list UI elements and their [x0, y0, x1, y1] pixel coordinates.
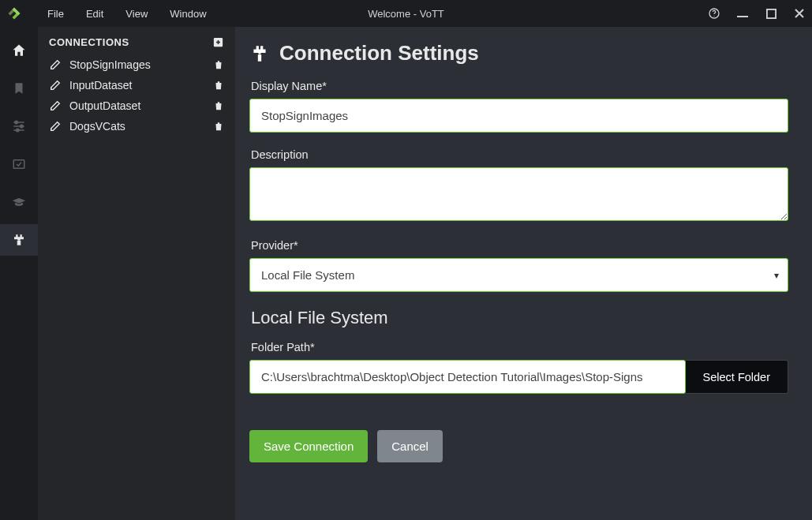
- field-display-name: Display Name*: [249, 80, 788, 133]
- description-label: Description: [251, 148, 788, 161]
- help-icon[interactable]: [708, 7, 720, 20]
- connection-item[interactable]: StopSignImages: [46, 54, 227, 75]
- nav-bookmark[interactable]: [0, 73, 38, 104]
- form-actions: Save Connection Cancel: [249, 430, 788, 462]
- edit-icon: [49, 120, 62, 133]
- edit-icon: [49, 58, 62, 71]
- maximize-icon[interactable]: [765, 7, 777, 20]
- display-name-input[interactable]: [249, 99, 788, 133]
- folder-path-input[interactable]: [249, 360, 686, 394]
- page-title-text: Connection Settings: [279, 41, 479, 65]
- svg-point-1: [713, 16, 714, 17]
- connection-label: StopSignImages: [69, 58, 151, 71]
- menu-view[interactable]: View: [114, 5, 159, 23]
- delete-connection-icon[interactable]: [213, 100, 224, 111]
- titlebar: File Edit View Window Welcome - VoTT: [0, 0, 812, 27]
- main-content: Connection Settings Display Name* Descri…: [235, 27, 812, 520]
- close-icon[interactable]: [793, 7, 806, 20]
- nav-sliders[interactable]: [0, 110, 38, 142]
- nav-home[interactable]: [0, 35, 38, 66]
- edit-icon: [49, 99, 62, 112]
- svg-point-6: [17, 129, 19, 131]
- delete-connection-icon[interactable]: [213, 80, 224, 91]
- nav-connections[interactable]: [0, 224, 38, 256]
- connection-item[interactable]: InputDataset: [46, 75, 227, 95]
- svg-point-5: [21, 125, 23, 127]
- connection-item[interactable]: DogsVCats: [46, 116, 227, 137]
- svg-rect-3: [766, 9, 775, 17]
- svg-rect-8: [17, 241, 21, 245]
- nav-train[interactable]: [0, 186, 38, 218]
- connections-header: CONNECTIONS: [46, 33, 227, 54]
- connections-title: CONNECTIONS: [49, 36, 129, 48]
- svg-point-4: [15, 121, 17, 123]
- nav-rail: [0, 27, 38, 520]
- page-title: Connection Settings: [249, 41, 788, 65]
- plug-icon: [249, 43, 270, 64]
- save-button[interactable]: Save Connection: [249, 430, 368, 462]
- provider-select[interactable]: Local File System: [249, 258, 788, 292]
- connection-label: InputDataset: [69, 79, 132, 92]
- svg-rect-10: [258, 54, 261, 62]
- app-logo-icon: [5, 4, 24, 23]
- nav-export[interactable]: [0, 148, 38, 180]
- delete-connection-icon[interactable]: [213, 59, 224, 70]
- menu-edit[interactable]: Edit: [75, 5, 114, 23]
- window-title: Welcome - VoTT: [368, 8, 444, 20]
- menu-file[interactable]: File: [36, 5, 75, 23]
- connection-label: DogsVCats: [69, 120, 125, 133]
- delete-connection-icon[interactable]: [213, 121, 224, 132]
- description-input[interactable]: [249, 167, 788, 221]
- window-controls: [708, 7, 806, 20]
- field-provider: Provider* Local File System: [249, 239, 788, 292]
- minimize-icon[interactable]: [736, 7, 749, 20]
- edit-icon: [49, 79, 62, 92]
- connections-panel: CONNECTIONS StopSignImages InputDataset: [38, 27, 235, 520]
- field-folder-path: Folder Path* Select Folder: [249, 341, 788, 394]
- provider-section-title: Local File System: [251, 308, 788, 328]
- app-body: CONNECTIONS StopSignImages InputDataset: [0, 27, 812, 520]
- field-description: Description: [249, 148, 788, 223]
- connection-item[interactable]: OutputDataset: [46, 95, 227, 116]
- svg-rect-7: [13, 160, 24, 169]
- menu-bar: File Edit View Window: [36, 5, 218, 23]
- provider-label: Provider*: [251, 239, 788, 252]
- svg-rect-2: [737, 16, 748, 17]
- folder-path-label: Folder Path*: [251, 341, 788, 354]
- select-folder-button[interactable]: Select Folder: [686, 360, 788, 394]
- cancel-button[interactable]: Cancel: [377, 430, 443, 462]
- menu-window[interactable]: Window: [159, 5, 217, 23]
- add-connection-icon[interactable]: [212, 36, 224, 48]
- connection-label: OutputDataset: [69, 99, 140, 112]
- display-name-label: Display Name*: [251, 80, 788, 92]
